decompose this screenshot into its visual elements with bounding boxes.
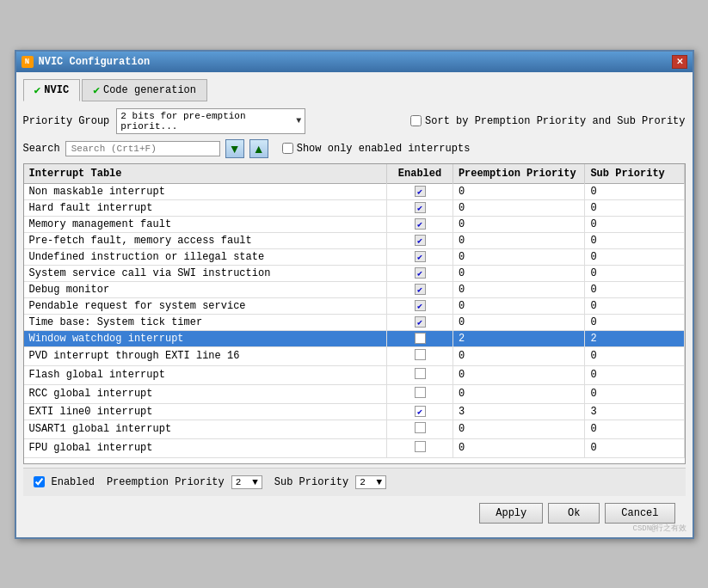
- sort-label: Sort by Premption Priority and Sub Prori…: [425, 115, 685, 127]
- sub-priority-cell: 0: [585, 265, 684, 281]
- table-row[interactable]: RCC global interrupt00: [24, 384, 685, 403]
- search-label: Search: [23, 143, 60, 155]
- tab-nvic-label: NVIC: [44, 84, 69, 96]
- enabled-cell[interactable]: ✔: [387, 330, 453, 346]
- bottom-bar: Enabled Preemption Priority 2 ▼ Sub Prio…: [23, 468, 686, 496]
- close-button[interactable]: ✕: [672, 55, 687, 69]
- priority-group-combo[interactable]: 2 bits for pre-emption priorit... ▼: [116, 108, 305, 134]
- sub-priority-cell: 0: [585, 297, 684, 314]
- table-row[interactable]: EXTI line0 interrupt✔33: [24, 403, 685, 420]
- show-enabled-label: Show only enabled interrupts: [297, 143, 471, 155]
- enabled-cell[interactable]: [387, 420, 453, 438]
- interrupt-name: Pre-fetch fault, memory access fault: [24, 232, 387, 248]
- enabled-cell[interactable]: ✔: [387, 314, 453, 330]
- enabled-checkbox[interactable]: ✔: [415, 333, 426, 344]
- bottom-preemption-label: Preemption Priority: [107, 476, 225, 488]
- enabled-checkbox[interactable]: ✔: [415, 267, 426, 279]
- enabled-cell[interactable]: [387, 438, 453, 457]
- enabled-cell[interactable]: [387, 365, 453, 384]
- enabled-checkbox[interactable]: [415, 368, 426, 379]
- table-row[interactable]: Hard fault interrupt✔00: [24, 199, 685, 216]
- search-up-btn[interactable]: ▲: [249, 139, 268, 158]
- cancel-button[interactable]: Cancel: [605, 503, 674, 524]
- sub-priority-cell: 0: [585, 314, 684, 330]
- enabled-checkbox[interactable]: ✔: [415, 406, 426, 417]
- enabled-checkbox[interactable]: ✔: [415, 300, 426, 311]
- table-row[interactable]: Non maskable interrupt✔00: [24, 183, 685, 199]
- ok-button[interactable]: Ok: [548, 503, 600, 524]
- preemption-priority-cell: 0: [453, 199, 585, 216]
- table-row[interactable]: Undefined instruction or illegal state✔0…: [24, 248, 685, 265]
- preemption-value: 2: [236, 477, 242, 487]
- title-bar: N NVIC Configuration ✕: [16, 52, 693, 72]
- interrupt-name: Undefined instruction or illegal state: [24, 248, 387, 265]
- tab-codegen[interactable]: ✔ Code generation: [82, 79, 207, 101]
- table-row[interactable]: USART1 global interrupt00: [24, 420, 685, 438]
- interrupt-table-container: Interrupt Table Enabled Preemption Prior…: [23, 163, 686, 464]
- sub-priority-cell: 0: [585, 420, 684, 438]
- search-down-btn[interactable]: ▼: [225, 139, 244, 158]
- sub-priority-cell: 0: [585, 216, 684, 232]
- enabled-checkbox[interactable]: ✔: [415, 284, 426, 295]
- table-row[interactable]: FPU global interrupt00: [24, 438, 685, 457]
- enabled-cell[interactable]: [387, 384, 453, 403]
- table-row[interactable]: Pre-fetch fault, memory access fault✔00: [24, 232, 685, 248]
- interrupt-name: Debug monitor: [24, 281, 387, 297]
- sub-priority-cell: 0: [585, 232, 684, 248]
- table-row[interactable]: System service call via SWI instruction✔…: [24, 265, 685, 281]
- show-enabled-checkbox[interactable]: [282, 143, 293, 154]
- priority-group-value: 2 bits for pre-emption priorit...: [120, 111, 296, 132]
- table-row[interactable]: Pendable request for system service✔00: [24, 297, 685, 314]
- enabled-checkbox[interactable]: [415, 441, 426, 452]
- sub-priority-value: 2: [360, 477, 366, 487]
- table-row[interactable]: Window watchdog interrupt✔22: [24, 330, 685, 346]
- enabled-cell[interactable]: ✔: [387, 403, 453, 420]
- enabled-cell[interactable]: ✔: [387, 232, 453, 248]
- sort-checkbox[interactable]: [410, 115, 422, 126]
- enabled-checkbox[interactable]: [415, 349, 426, 360]
- enabled-cell[interactable]: ✔: [387, 216, 453, 232]
- bottom-controls: Enabled Preemption Priority 2 ▼ Sub Prio…: [34, 475, 675, 489]
- preemption-priority-cell: 3: [453, 403, 585, 420]
- sub-priority-cell: 0: [585, 346, 684, 365]
- preemption-priority-cell: 0: [453, 365, 585, 384]
- apply-button[interactable]: Apply: [479, 503, 543, 524]
- table-header-row: Interrupt Table Enabled Preemption Prior…: [24, 164, 685, 184]
- table-row[interactable]: Time base: System tick timer✔00: [24, 314, 685, 330]
- preemption-priority-cell: 0: [453, 384, 585, 403]
- enabled-checkbox[interactable]: ✔: [415, 202, 426, 213]
- bottom-enabled-label: Enabled: [52, 476, 95, 488]
- interrupt-name: FPU global interrupt: [24, 438, 387, 457]
- enabled-checkbox[interactable]: [415, 422, 426, 433]
- enabled-cell[interactable]: ✔: [387, 297, 453, 314]
- search-row: Search ▼ ▲ Show only enabled interrupts: [23, 139, 686, 158]
- tab-nvic[interactable]: ✔ NVIC: [23, 79, 81, 101]
- enabled-cell[interactable]: ✔: [387, 265, 453, 281]
- enabled-checkbox[interactable]: [415, 387, 426, 398]
- search-input[interactable]: [65, 141, 220, 156]
- enabled-cell[interactable]: ✔: [387, 248, 453, 265]
- sub-priority-dropdown[interactable]: 2 ▼: [355, 475, 386, 489]
- col-preemption: Preemption Priority: [453, 164, 585, 184]
- enabled-cell[interactable]: ✔: [387, 183, 453, 199]
- preemption-priority-cell: 0: [453, 281, 585, 297]
- preemption-dropdown[interactable]: 2 ▼: [231, 475, 262, 489]
- enabled-checkbox[interactable]: ✔: [415, 235, 426, 246]
- table-row[interactable]: PVD interrupt through EXTI line 1600: [24, 346, 685, 365]
- enabled-cell[interactable]: ✔: [387, 199, 453, 216]
- bottom-enabled-checkbox[interactable]: [34, 476, 45, 487]
- preemption-priority-cell: 0: [453, 314, 585, 330]
- enabled-checkbox[interactable]: ✔: [415, 251, 426, 262]
- preemption-priority-cell: 0: [453, 248, 585, 265]
- enabled-cell[interactable]: [387, 346, 453, 365]
- sub-priority-cell: 0: [585, 438, 684, 457]
- combo-arrow-icon: ▼: [296, 116, 301, 126]
- table-row[interactable]: Debug monitor✔00: [24, 281, 685, 297]
- table-row[interactable]: Memory management fault✔00: [24, 216, 685, 232]
- enabled-checkbox[interactable]: ✔: [415, 218, 426, 230]
- table-row[interactable]: Flash global interrupt00: [24, 365, 685, 384]
- enabled-cell[interactable]: ✔: [387, 281, 453, 297]
- enabled-checkbox[interactable]: ✔: [415, 316, 426, 328]
- interrupt-name: Memory management fault: [24, 216, 387, 232]
- enabled-checkbox[interactable]: ✔: [415, 186, 426, 197]
